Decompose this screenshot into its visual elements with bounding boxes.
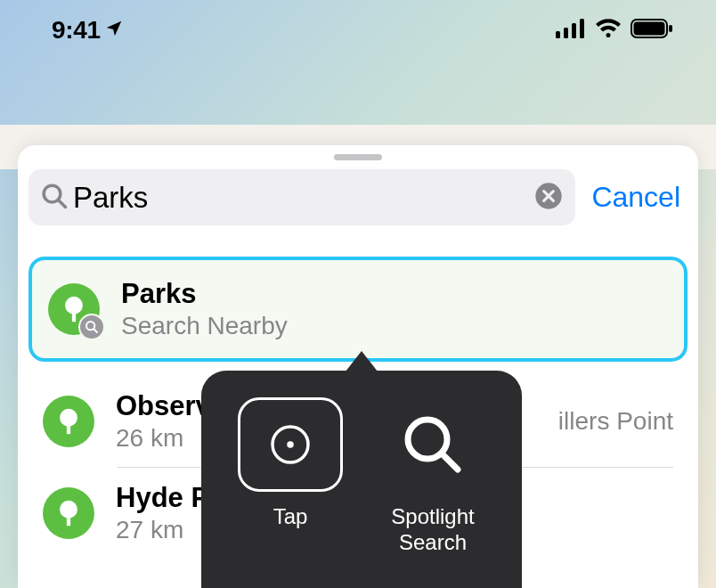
clear-icon[interactable]: [534, 182, 563, 214]
svg-point-14: [60, 409, 77, 427]
search-input[interactable]: [73, 181, 529, 215]
location-icon: [104, 19, 124, 42]
sheet-grabber[interactable]: [334, 154, 382, 160]
svg-rect-17: [67, 516, 70, 526]
svg-line-13: [94, 329, 97, 332]
svg-line-8: [59, 200, 66, 208]
status-time: 9:41: [52, 16, 101, 45]
svg-rect-11: [72, 312, 76, 322]
tap-icon: [238, 397, 343, 492]
svg-point-10: [65, 297, 83, 314]
result-title: Observ: [116, 390, 211, 422]
cellular-icon: [556, 19, 586, 42]
svg-line-21: [443, 454, 458, 470]
result-trailing: illers Point: [558, 407, 673, 436]
result-title: Parks: [121, 278, 288, 310]
popover-tap-button[interactable]: Tap: [224, 397, 357, 530]
search-field[interactable]: [28, 169, 575, 225]
popover-label: Tap: [273, 504, 308, 530]
search-icon: [41, 183, 68, 213]
assistive-popover: Tap Spotlight Search: [201, 371, 522, 588]
svg-rect-5: [634, 22, 665, 36]
park-icon: [43, 487, 94, 539]
search-badge-icon: [78, 314, 105, 340]
popover-label: Spotlight Search: [366, 504, 500, 556]
spotlight-icon: [380, 397, 485, 492]
svg-rect-3: [580, 19, 584, 38]
result-subtitle: 27 km: [116, 516, 209, 544]
cancel-button[interactable]: Cancel: [591, 181, 680, 214]
park-icon: [43, 396, 94, 447]
svg-rect-6: [669, 25, 672, 32]
result-subtitle: Search Nearby: [121, 312, 288, 340]
popover-spotlight-button[interactable]: Spotlight Search: [366, 397, 500, 556]
wifi-icon: [595, 19, 622, 42]
popover-arrow: [342, 351, 381, 376]
result-title: Hyde P: [116, 482, 209, 514]
search-result-primary[interactable]: Parks Search Nearby: [28, 257, 688, 362]
battery-icon: [631, 19, 673, 42]
svg-rect-15: [67, 424, 70, 434]
status-bar: 9:41: [0, 0, 716, 53]
svg-point-19: [289, 443, 292, 446]
svg-rect-0: [556, 31, 560, 38]
result-subtitle: 26 km: [116, 424, 211, 453]
svg-rect-2: [572, 23, 576, 38]
svg-rect-1: [564, 28, 568, 38]
svg-point-16: [60, 501, 77, 519]
